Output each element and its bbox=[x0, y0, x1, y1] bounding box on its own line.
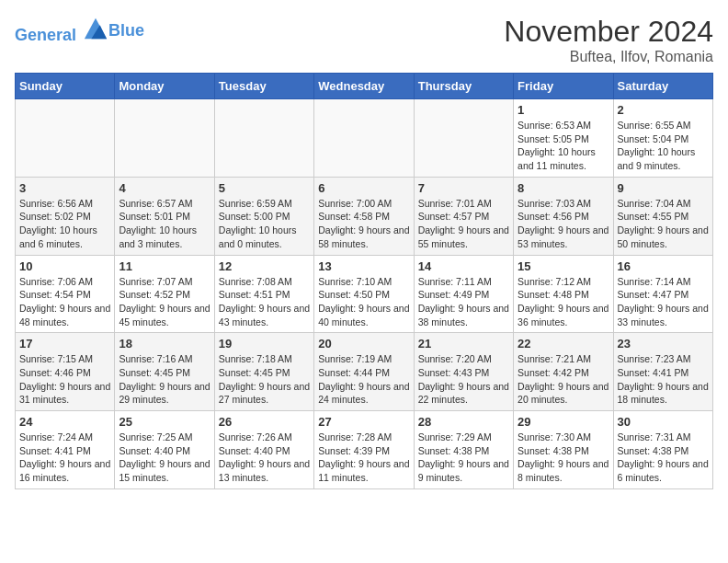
day-number: 27 bbox=[318, 415, 409, 429]
day-number: 20 bbox=[318, 337, 409, 350]
title-block: November 2024 Buftea, Ilfov, Romania bbox=[504, 15, 713, 65]
day-number: 26 bbox=[219, 415, 310, 429]
week-row-5: 24Sunrise: 7:24 AMSunset: 4:41 PMDayligh… bbox=[16, 411, 713, 489]
calendar-cell: 25Sunrise: 7:25 AMSunset: 4:40 PMDayligh… bbox=[115, 411, 214, 489]
day-info: Sunrise: 7:11 AMSunset: 4:49 PMDaylight:… bbox=[418, 275, 509, 329]
day-number: 17 bbox=[19, 337, 110, 350]
day-info: Sunrise: 7:20 AMSunset: 4:43 PMDaylight:… bbox=[418, 352, 509, 407]
calendar-cell: 22Sunrise: 7:21 AMSunset: 4:42 PMDayligh… bbox=[514, 333, 613, 411]
day-number: 19 bbox=[219, 337, 310, 350]
day-info: Sunrise: 7:19 AMSunset: 4:44 PMDaylight:… bbox=[318, 352, 409, 407]
calendar-cell: 24Sunrise: 7:24 AMSunset: 4:41 PMDayligh… bbox=[16, 411, 115, 489]
day-number: 21 bbox=[418, 337, 509, 350]
day-number: 10 bbox=[19, 259, 110, 273]
day-info: Sunrise: 7:12 AMSunset: 4:48 PMDaylight:… bbox=[518, 275, 609, 329]
day-number: 14 bbox=[418, 259, 509, 273]
day-info: Sunrise: 7:04 AMSunset: 4:55 PMDaylight:… bbox=[618, 197, 709, 251]
day-info: Sunrise: 7:14 AMSunset: 4:47 PMDaylight:… bbox=[618, 275, 709, 329]
calendar-cell: 18Sunrise: 7:16 AMSunset: 4:45 PMDayligh… bbox=[115, 333, 214, 411]
day-number: 16 bbox=[618, 259, 709, 273]
day-info: Sunrise: 7:30 AMSunset: 4:38 PMDaylight:… bbox=[518, 431, 609, 485]
day-number: 18 bbox=[119, 337, 210, 350]
calendar-cell: 11Sunrise: 7:07 AMSunset: 4:52 PMDayligh… bbox=[115, 255, 214, 333]
calendar-cell: 29Sunrise: 7:30 AMSunset: 4:38 PMDayligh… bbox=[514, 411, 613, 489]
day-number: 9 bbox=[618, 181, 709, 195]
calendar-cell: 3Sunrise: 6:56 AMSunset: 5:02 PMDaylight… bbox=[16, 177, 115, 255]
day-info: Sunrise: 7:16 AMSunset: 4:45 PMDaylight:… bbox=[119, 352, 210, 407]
day-number: 29 bbox=[518, 415, 609, 429]
calendar-cell: 6Sunrise: 7:00 AMSunset: 4:58 PMDaylight… bbox=[314, 177, 414, 255]
calendar-cell bbox=[414, 99, 513, 178]
day-number: 7 bbox=[418, 181, 509, 195]
day-info: Sunrise: 6:57 AMSunset: 5:01 PMDaylight:… bbox=[119, 197, 210, 251]
day-number: 23 bbox=[618, 337, 709, 350]
logo-blue: Blue bbox=[108, 22, 144, 40]
calendar-cell: 1Sunrise: 6:53 AMSunset: 5:05 PMDaylight… bbox=[514, 99, 613, 178]
calendar-cell: 20Sunrise: 7:19 AMSunset: 4:44 PMDayligh… bbox=[314, 333, 414, 411]
day-info: Sunrise: 7:07 AMSunset: 4:52 PMDaylight:… bbox=[119, 275, 210, 329]
calendar-cell: 28Sunrise: 7:29 AMSunset: 4:38 PMDayligh… bbox=[414, 411, 513, 489]
week-row-1: 1Sunrise: 6:53 AMSunset: 5:05 PMDaylight… bbox=[16, 99, 713, 178]
day-info: Sunrise: 7:21 AMSunset: 4:42 PMDaylight:… bbox=[518, 352, 609, 407]
col-header-saturday: Saturday bbox=[613, 74, 712, 99]
col-header-friday: Friday bbox=[514, 74, 613, 99]
col-header-sunday: Sunday bbox=[16, 74, 115, 99]
page-header: General Blue November 2024 Buftea, Ilfov… bbox=[15, 15, 713, 65]
calendar-cell bbox=[16, 99, 115, 178]
day-info: Sunrise: 7:00 AMSunset: 4:58 PMDaylight:… bbox=[318, 197, 409, 251]
day-number: 4 bbox=[119, 181, 210, 195]
calendar-cell: 14Sunrise: 7:11 AMSunset: 4:49 PMDayligh… bbox=[414, 255, 513, 333]
day-info: Sunrise: 7:29 AMSunset: 4:38 PMDaylight:… bbox=[418, 431, 509, 485]
day-info: Sunrise: 7:08 AMSunset: 4:51 PMDaylight:… bbox=[219, 275, 310, 329]
day-number: 13 bbox=[318, 259, 409, 273]
day-number: 25 bbox=[119, 415, 210, 429]
day-info: Sunrise: 6:56 AMSunset: 5:02 PMDaylight:… bbox=[19, 197, 110, 251]
day-info: Sunrise: 6:53 AMSunset: 5:05 PMDaylight:… bbox=[518, 119, 609, 173]
calendar-cell: 5Sunrise: 6:59 AMSunset: 5:00 PMDaylight… bbox=[214, 177, 313, 255]
calendar-cell: 13Sunrise: 7:10 AMSunset: 4:50 PMDayligh… bbox=[314, 255, 414, 333]
calendar-cell: 12Sunrise: 7:08 AMSunset: 4:51 PMDayligh… bbox=[214, 255, 313, 333]
calendar-cell: 4Sunrise: 6:57 AMSunset: 5:01 PMDaylight… bbox=[115, 177, 214, 255]
calendar-cell bbox=[314, 99, 414, 178]
day-number: 2 bbox=[618, 103, 709, 117]
month-title: November 2024 bbox=[504, 15, 713, 49]
col-header-tuesday: Tuesday bbox=[214, 74, 313, 99]
day-info: Sunrise: 7:03 AMSunset: 4:56 PMDaylight:… bbox=[518, 197, 609, 251]
calendar-cell: 8Sunrise: 7:03 AMSunset: 4:56 PMDaylight… bbox=[514, 177, 613, 255]
day-number: 5 bbox=[219, 181, 310, 195]
calendar-cell: 15Sunrise: 7:12 AMSunset: 4:48 PMDayligh… bbox=[514, 255, 613, 333]
calendar-header-row: SundayMondayTuesdayWednesdayThursdayFrid… bbox=[16, 74, 713, 99]
calendar-cell: 17Sunrise: 7:15 AMSunset: 4:46 PMDayligh… bbox=[16, 333, 115, 411]
location: Buftea, Ilfov, Romania bbox=[504, 49, 713, 65]
day-info: Sunrise: 7:01 AMSunset: 4:57 PMDaylight:… bbox=[418, 197, 509, 251]
day-number: 8 bbox=[518, 181, 609, 195]
week-row-2: 3Sunrise: 6:56 AMSunset: 5:02 PMDaylight… bbox=[16, 177, 713, 255]
day-info: Sunrise: 7:23 AMSunset: 4:41 PMDaylight:… bbox=[618, 352, 709, 407]
day-number: 28 bbox=[418, 415, 509, 429]
day-info: Sunrise: 7:10 AMSunset: 4:50 PMDaylight:… bbox=[318, 275, 409, 329]
day-number: 15 bbox=[518, 259, 609, 273]
calendar-cell: 30Sunrise: 7:31 AMSunset: 4:38 PMDayligh… bbox=[613, 411, 712, 489]
day-info: Sunrise: 7:31 AMSunset: 4:38 PMDaylight:… bbox=[618, 431, 709, 485]
day-number: 1 bbox=[518, 103, 609, 117]
calendar-cell bbox=[214, 99, 313, 178]
calendar-cell bbox=[115, 99, 214, 178]
day-number: 24 bbox=[19, 415, 110, 429]
calendar-cell: 26Sunrise: 7:26 AMSunset: 4:40 PMDayligh… bbox=[214, 411, 313, 489]
calendar-cell: 19Sunrise: 7:18 AMSunset: 4:45 PMDayligh… bbox=[214, 333, 313, 411]
col-header-monday: Monday bbox=[115, 74, 214, 99]
day-info: Sunrise: 6:55 AMSunset: 5:04 PMDaylight:… bbox=[618, 119, 709, 173]
day-info: Sunrise: 7:26 AMSunset: 4:40 PMDaylight:… bbox=[219, 431, 310, 485]
calendar-cell: 27Sunrise: 7:28 AMSunset: 4:39 PMDayligh… bbox=[314, 411, 414, 489]
calendar-cell: 9Sunrise: 7:04 AMSunset: 4:55 PMDaylight… bbox=[613, 177, 712, 255]
calendar-cell: 21Sunrise: 7:20 AMSunset: 4:43 PMDayligh… bbox=[414, 333, 513, 411]
day-info: Sunrise: 7:06 AMSunset: 4:54 PMDaylight:… bbox=[19, 275, 110, 329]
day-number: 22 bbox=[518, 337, 609, 350]
logo-icon bbox=[83, 15, 108, 40]
calendar-cell: 2Sunrise: 6:55 AMSunset: 5:04 PMDaylight… bbox=[613, 99, 712, 178]
calendar-cell: 7Sunrise: 7:01 AMSunset: 4:57 PMDaylight… bbox=[414, 177, 513, 255]
day-info: Sunrise: 7:18 AMSunset: 4:45 PMDaylight:… bbox=[219, 352, 310, 407]
col-header-wednesday: Wednesday bbox=[314, 74, 414, 99]
col-header-thursday: Thursday bbox=[414, 74, 513, 99]
calendar-table: SundayMondayTuesdayWednesdayThursdayFrid… bbox=[15, 73, 713, 489]
